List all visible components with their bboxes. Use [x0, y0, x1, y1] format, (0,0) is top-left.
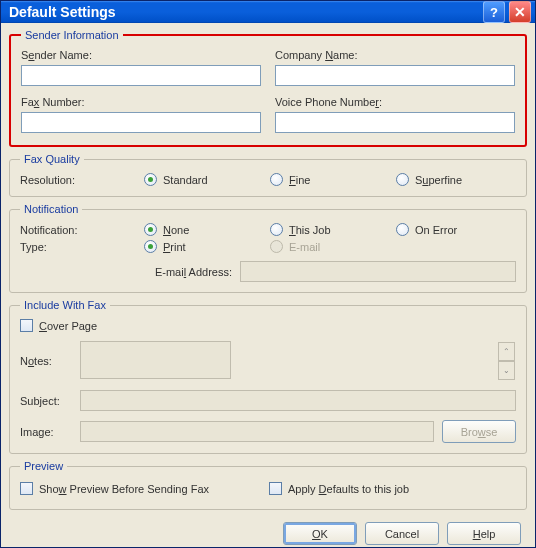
company-name-input[interactable] [275, 65, 515, 86]
preview-group: Preview Show Preview Before Sending Fax … [9, 460, 527, 510]
fax-quality-group: Fax Quality Resolution: Standard Fine Su… [9, 153, 527, 197]
resolution-superfine-radio[interactable]: Superfine [396, 173, 506, 186]
button-row: OK Cancel Help [9, 516, 527, 545]
subject-label: Subject: [20, 395, 80, 407]
sender-info-group: Sender Information Sender Name: Company … [9, 29, 527, 147]
client-area: Sender Information Sender Name: Company … [1, 23, 535, 548]
checkbox-icon [20, 319, 33, 332]
show-preview-checkbox[interactable]: Show Preview Before Sending Fax [20, 482, 209, 495]
notification-thisjob-radio[interactable]: This Job [270, 223, 380, 236]
resolution-fine-radio[interactable]: Fine [270, 173, 380, 186]
apply-defaults-checkbox[interactable]: Apply Defaults to this job [269, 482, 409, 495]
fax-number-label: Fax Number: [21, 96, 261, 108]
email-address-input[interactable] [240, 261, 516, 282]
notes-label: Notes: [20, 355, 80, 367]
titlebar: Default Settings ? ✕ [1, 1, 535, 23]
resolution-standard-radio[interactable]: Standard [144, 173, 254, 186]
notes-scroll[interactable]: ⌃⌄ [498, 342, 515, 380]
browse-button[interactable]: Browse [442, 420, 516, 443]
include-with-fax-group: Include With Fax Cover Page Notes: ⌃⌄ Su… [9, 299, 527, 454]
type-print-radio[interactable]: Print [144, 240, 254, 253]
checkbox-icon [269, 482, 282, 495]
notification-onerror-radio[interactable]: On Error [396, 223, 506, 236]
sender-info-legend: Sender Information [21, 29, 123, 41]
voice-number-label: Voice Phone Number: [275, 96, 515, 108]
dialog-window: Default Settings ? ✕ Sender Information … [0, 0, 536, 548]
cancel-button[interactable]: Cancel [365, 522, 439, 545]
subject-input[interactable] [80, 390, 516, 411]
fax-number-input[interactable] [21, 112, 261, 133]
sender-name-label: Sender Name: [21, 49, 261, 61]
window-title: Default Settings [9, 4, 483, 20]
help-button[interactable]: Help [447, 522, 521, 545]
cover-page-checkbox[interactable]: Cover Page [20, 319, 516, 332]
close-icon[interactable]: ✕ [509, 1, 531, 23]
ok-button[interactable]: OK [283, 522, 357, 545]
resolution-label: Resolution: [20, 174, 144, 186]
preview-legend: Preview [20, 460, 67, 472]
chevron-up-icon: ⌃ [498, 342, 515, 361]
checkbox-icon [20, 482, 33, 495]
include-legend: Include With Fax [20, 299, 110, 311]
voice-number-input[interactable] [275, 112, 515, 133]
type-email-radio: E-mail [270, 240, 380, 253]
notes-textarea[interactable] [80, 341, 231, 379]
company-name-label: Company Name: [275, 49, 515, 61]
sender-name-input[interactable] [21, 65, 261, 86]
help-icon[interactable]: ? [483, 1, 505, 23]
notification-group: Notification Notification: None This Job… [9, 203, 527, 293]
email-address-label: E-mail Address: [20, 266, 240, 278]
notification-none-radio[interactable]: None [144, 223, 254, 236]
notification-legend: Notification [20, 203, 82, 215]
image-label: Image: [20, 426, 80, 438]
chevron-down-icon: ⌄ [498, 361, 515, 380]
notification-label: Notification: [20, 224, 144, 236]
type-label: Type: [20, 241, 144, 253]
fax-quality-legend: Fax Quality [20, 153, 84, 165]
image-input[interactable] [80, 421, 434, 442]
